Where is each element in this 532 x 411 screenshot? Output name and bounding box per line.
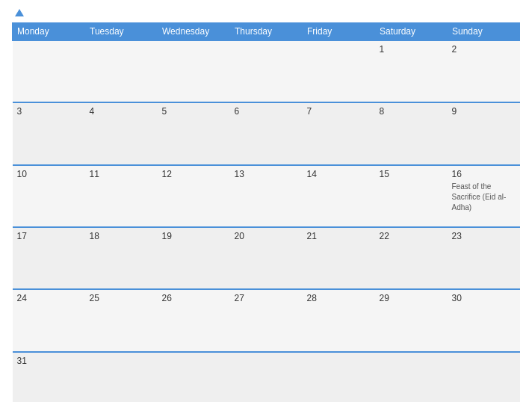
calendar-cell: 9 bbox=[448, 102, 520, 164]
holiday-label: Feast of the Sacrifice (Eid al-Adha) bbox=[452, 182, 507, 211]
calendar-cell: 8 bbox=[375, 102, 448, 164]
calendar-cell: 7 bbox=[303, 102, 375, 164]
calendar-week-row: 12 bbox=[13, 40, 520, 102]
calendar-cell bbox=[85, 40, 158, 102]
weekday-header-friday: Friday bbox=[303, 23, 375, 41]
calendar-cell bbox=[448, 352, 520, 402]
calendar-cell: 5 bbox=[158, 102, 230, 164]
day-number: 9 bbox=[452, 106, 516, 117]
calendar-week-row: 31 bbox=[13, 352, 520, 402]
day-number: 18 bbox=[90, 231, 153, 241]
calendar-cell: 26 bbox=[158, 289, 230, 351]
day-number: 14 bbox=[307, 169, 371, 179]
day-number: 30 bbox=[452, 293, 516, 303]
day-number: 21 bbox=[307, 231, 371, 241]
calendar-cell bbox=[158, 352, 230, 402]
calendar-cell: 15 bbox=[375, 165, 448, 227]
day-number: 5 bbox=[162, 106, 226, 117]
calendar-cell: 24 bbox=[13, 289, 85, 351]
calendar-cell bbox=[85, 352, 158, 402]
day-number: 31 bbox=[17, 356, 81, 366]
day-number: 20 bbox=[235, 231, 298, 241]
calendar-cell: 10 bbox=[13, 165, 85, 227]
calendar-cell: 6 bbox=[230, 102, 303, 164]
calendar-week-row: 24252627282930 bbox=[13, 289, 520, 351]
logo-triangle-icon bbox=[15, 9, 24, 16]
calendar-cell bbox=[230, 352, 303, 402]
day-number: 3 bbox=[17, 106, 81, 117]
day-number: 26 bbox=[162, 293, 226, 303]
calendar-cell: 29 bbox=[375, 289, 448, 351]
calendar-cell: 4 bbox=[85, 102, 158, 164]
calendar-cell: 11 bbox=[85, 165, 158, 227]
day-number: 22 bbox=[380, 231, 443, 241]
weekday-header-wednesday: Wednesday bbox=[158, 23, 230, 41]
calendar-week-row: 17181920212223 bbox=[13, 227, 520, 289]
day-number: 24 bbox=[17, 293, 81, 303]
calendar-cell bbox=[13, 40, 85, 102]
calendar-cell: 3 bbox=[13, 102, 85, 164]
logo-blue-text bbox=[12, 9, 24, 16]
calendar-cell: 2 bbox=[448, 40, 520, 102]
weekday-header-row: MondayTuesdayWednesdayThursdayFridaySatu… bbox=[13, 23, 520, 41]
day-number: 10 bbox=[17, 169, 81, 179]
calendar-cell bbox=[158, 40, 230, 102]
calendar-cell: 18 bbox=[85, 227, 158, 289]
day-number: 4 bbox=[90, 106, 153, 117]
day-number: 28 bbox=[307, 293, 371, 303]
calendar-cell: 17 bbox=[13, 227, 85, 289]
calendar-cell bbox=[303, 352, 375, 402]
day-number: 7 bbox=[307, 106, 371, 117]
calendar-cell: 12 bbox=[158, 165, 230, 227]
calendar-cell bbox=[303, 40, 375, 102]
calendar-page: MondayTuesdayWednesdayThursdayFridaySatu… bbox=[0, 0, 532, 411]
calendar-week-row: 3456789 bbox=[13, 102, 520, 164]
calendar-cell: 20 bbox=[230, 227, 303, 289]
calendar-table: MondayTuesdayWednesdayThursdayFridaySatu… bbox=[12, 22, 520, 402]
day-number: 13 bbox=[235, 169, 298, 179]
calendar-week-row: 10111213141516Feast of the Sacrifice (Ei… bbox=[13, 165, 520, 227]
day-number: 25 bbox=[90, 293, 153, 303]
day-number: 12 bbox=[162, 169, 226, 179]
day-number: 15 bbox=[380, 169, 443, 179]
calendar-cell: 22 bbox=[375, 227, 448, 289]
calendar-cell: 1 bbox=[375, 40, 448, 102]
weekday-header-tuesday: Tuesday bbox=[85, 23, 158, 41]
calendar-cell: 16Feast of the Sacrifice (Eid al-Adha) bbox=[448, 165, 520, 227]
weekday-header-sunday: Sunday bbox=[448, 23, 520, 41]
weekday-header-thursday: Thursday bbox=[230, 23, 303, 41]
day-number: 16 bbox=[452, 169, 516, 179]
day-number: 8 bbox=[380, 106, 443, 117]
day-number: 19 bbox=[162, 231, 226, 241]
calendar-cell bbox=[375, 352, 448, 402]
weekday-header-monday: Monday bbox=[13, 23, 85, 41]
day-number: 17 bbox=[17, 231, 81, 241]
day-number: 29 bbox=[380, 293, 443, 303]
logo bbox=[12, 9, 24, 16]
calendar-cell: 28 bbox=[303, 289, 375, 351]
calendar-cell: 21 bbox=[303, 227, 375, 289]
day-number: 11 bbox=[90, 169, 153, 179]
day-number: 6 bbox=[235, 106, 298, 117]
calendar-cell: 23 bbox=[448, 227, 520, 289]
day-number: 23 bbox=[452, 231, 516, 241]
calendar-cell: 30 bbox=[448, 289, 520, 351]
day-number: 1 bbox=[380, 44, 443, 55]
calendar-cell: 14 bbox=[303, 165, 375, 227]
calendar-cell: 31 bbox=[13, 352, 85, 402]
top-bar bbox=[12, 9, 520, 16]
day-number: 2 bbox=[452, 44, 516, 55]
calendar-cell bbox=[230, 40, 303, 102]
calendar-cell: 25 bbox=[85, 289, 158, 351]
weekday-header-saturday: Saturday bbox=[375, 23, 448, 41]
calendar-cell: 27 bbox=[230, 289, 303, 351]
day-number: 27 bbox=[235, 293, 298, 303]
calendar-cell: 13 bbox=[230, 165, 303, 227]
calendar-cell: 19 bbox=[158, 227, 230, 289]
